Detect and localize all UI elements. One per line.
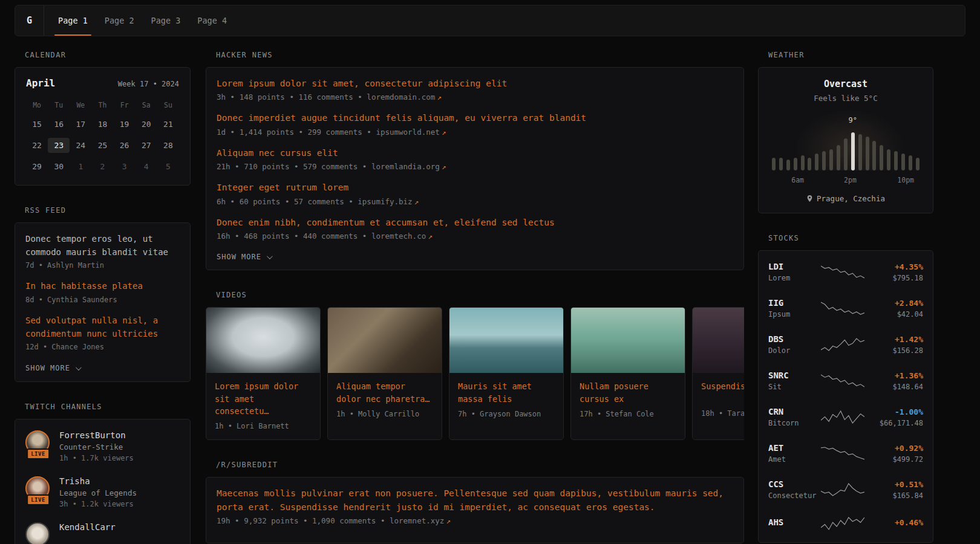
news-item-domain-link[interactable]: loremtech.co (371, 232, 426, 241)
stock-sparkline (820, 300, 865, 316)
calendar-week-year: Week 17 • 2024 (118, 80, 179, 88)
stock-identity: IIG Ipsum (768, 298, 820, 319)
video-card[interactable]: Aliquam tempor dolor nec pharetra… 1h • … (327, 307, 442, 440)
calendar-day: 26 (114, 138, 136, 153)
stock-symbol: LDI (768, 262, 820, 271)
weather-bar (779, 158, 783, 170)
video-card[interactable]: Nullam posuere cursus ex 17h • Stefan Co… (570, 307, 685, 440)
rss-item-meta: 7d • Ashlyn Martin (25, 261, 180, 270)
tab-page-3[interactable]: Page 3 (150, 5, 182, 36)
rss-item-link[interactable]: In hac habitasse platea (25, 280, 180, 293)
stock-name: Ipsum (768, 310, 820, 319)
stock-identity: SNRC Sit (768, 371, 820, 391)
video-title-link[interactable]: Nullam posuere cursus ex (580, 380, 676, 405)
hacker-news-show-more-button[interactable]: SHOW MORE (217, 253, 271, 261)
stock-symbol: AHS (768, 517, 820, 527)
video-card[interactable]: Lorem ipsum dolor sit amet consectetu… 1… (206, 307, 321, 440)
video-title-link[interactable]: Mauris sit amet massa felis (458, 380, 555, 405)
stock-price: $148.64 (865, 383, 923, 391)
stock-symbol: CRN (768, 407, 820, 416)
news-item-domain-link[interactable]: ipsumify.biz (358, 197, 412, 206)
video-thumbnail (206, 308, 320, 373)
calendar-header: April Week 17 • 2024 (26, 77, 179, 89)
calendar-day-next-month: 5 (157, 159, 179, 174)
news-item-link[interactable]: Integer eget rutrum lorem (217, 181, 733, 194)
weather-time-label: 6am (791, 176, 804, 184)
calendar-dow: Sa (136, 100, 157, 111)
tab-page-4[interactable]: Page 4 (196, 5, 228, 36)
rss-item: In hac habitasse platea 8d • Cynthia Sau… (25, 280, 180, 304)
news-item-domain-link[interactable]: loremdomain.com (367, 92, 435, 102)
video-thumbnail (571, 308, 685, 373)
tab-page-2[interactable]: Page 2 (103, 5, 136, 36)
twitch-channel-row[interactable]: LIVE Trisha League of Legends 3h • 1.2k … (25, 476, 180, 508)
stock-name: Amet (768, 455, 820, 464)
stock-row[interactable]: IIG Ipsum +2.84% $42.04 (759, 290, 933, 326)
weather-bar (801, 155, 805, 170)
stock-row[interactable]: AHS +0.46% (759, 508, 933, 539)
video-title-link[interactable]: Aliquam tempor dolor nec pharetra… (336, 380, 433, 405)
stock-symbol: CCS (768, 479, 820, 489)
rss-widget: RSS FEED Donec tempor eros leo, ut commo… (15, 206, 191, 382)
stocks-card: LDI Lorem +4.35% $795.18 IIG Ipsum (758, 250, 933, 543)
news-item-domain-link[interactable]: ipsumworld.net (376, 128, 439, 137)
video-meta: 1h • Molly Carrillo (336, 410, 433, 418)
news-item-link[interactable]: Aliquam nec cursus elit (217, 146, 733, 160)
page-tabs: Page 1 Page 2 Page 3 Page 4 (57, 5, 228, 36)
news-item-link[interactable]: Donec enim nibh, condimentum et accumsan… (217, 216, 733, 229)
news-item-link[interactable]: Donec imperdiet augue tincidunt felis al… (217, 111, 733, 125)
channel-meta: 3h • 1.2k viewers (59, 500, 137, 508)
calendar-month: April (26, 77, 55, 89)
calendar-dow: Su (157, 100, 179, 111)
video-title-link[interactable]: Suspendisse diam (701, 380, 744, 404)
stock-row[interactable]: LDI Lorem +4.35% $795.18 (759, 254, 933, 290)
stock-row[interactable]: DBS Dolor +1.42% $156.28 (759, 326, 933, 363)
video-card[interactable]: Suspendisse diam 18h • Tara (692, 307, 744, 440)
post-domain-link[interactable]: loremnet.xyz (390, 516, 444, 525)
news-item: Donec enim nibh, condimentum et accumsan… (217, 216, 733, 241)
rss-widget-title: RSS FEED (25, 206, 191, 215)
post-link[interactable]: Maecenas mollis pulvinar erat non posuer… (217, 487, 733, 514)
stock-row[interactable]: CRN Bitcorn -1.00% $66,171.48 (759, 399, 933, 435)
stock-price: $66,171.48 (865, 419, 923, 427)
rss-show-more-button[interactable]: SHOW MORE (25, 364, 80, 372)
news-item-domain-link[interactable]: loremlandia.org (371, 162, 440, 171)
calendar-day: 29 (26, 159, 48, 174)
channel-info: Trisha League of Legends 3h • 1.2k viewe… (59, 476, 137, 508)
app-logo[interactable]: G (15, 5, 44, 36)
tab-page-1[interactable]: Page 1 (57, 5, 89, 36)
calendar-day: 28 (157, 138, 179, 153)
stock-row[interactable]: CCS Consectetur +0.51% $165.84 (759, 471, 933, 508)
stock-row[interactable]: SNRC Sit +1.36% $148.64 (759, 363, 933, 399)
video-card[interactable]: Mauris sit amet massa felis 7h • Grayson… (449, 307, 564, 440)
stock-identity: CRN Bitcorn (768, 407, 820, 427)
weather-feels-like: Feels like 5°C (771, 94, 921, 103)
calendar-dow: Th (91, 100, 113, 111)
news-item-link[interactable]: Lorem ipsum dolor sit amet, consectetur … (217, 77, 733, 90)
twitch-channel-row[interactable]: LIVE ForrestBurton Counter-Strike 1h • 1… (25, 430, 180, 462)
external-link-icon: ↗ (442, 128, 446, 137)
stock-row[interactable]: AET Amet +0.92% $499.72 (759, 435, 933, 471)
stock-values: +0.51% $165.84 (865, 480, 923, 500)
rss-item-link[interactable]: Sed volutpat nulla nisl, a condimentum n… (25, 314, 180, 340)
weather-peak-temp: 9° (849, 116, 857, 125)
twitch-channel-row[interactable]: KendallCarr (25, 522, 180, 544)
rss-item-link[interactable]: Donec tempor eros leo, ut commodo mauris… (25, 233, 180, 259)
weather-time-axis: 6am 2pm 10pm (771, 176, 921, 185)
stock-change: +1.42% (865, 335, 923, 344)
post-stats: 19h • 9,932 points • 1,090 comments • (217, 516, 390, 525)
news-item: Aliquam nec cursus elit 21h • 710 points… (217, 146, 733, 171)
calendar-day: 27 (136, 138, 157, 153)
calendar-dow: Mo (26, 100, 48, 111)
stock-change: +0.51% (865, 480, 923, 489)
stock-change: +0.46% (865, 518, 923, 527)
calendar-day: 24 (70, 138, 91, 153)
channel-name: ForrestBurton (59, 430, 134, 440)
rss-item-meta: 8d • Cynthia Saunders (25, 296, 180, 304)
topbar: G Page 1 Page 2 Page 3 Page 4 (15, 5, 965, 36)
stock-sparkline (820, 516, 865, 531)
video-title-link[interactable]: Lorem ipsum dolor sit amet consectetu… (215, 380, 312, 417)
channel-meta: 1h • 1.7k viewers (59, 454, 134, 462)
calendar-day: 17 (70, 117, 91, 132)
video-thumbnail (449, 308, 563, 373)
